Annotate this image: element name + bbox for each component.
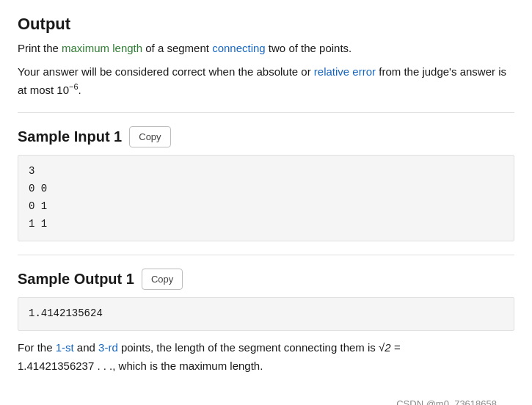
output-title: Output [18, 15, 514, 34]
sample-output-section: Sample Output 1 Copy 1.4142135624 [18, 269, 514, 331]
output-value: 1.4142135624 [29, 305, 503, 323]
watermark: CSDN @m0_73618658 [396, 398, 497, 405]
divider-1 [18, 112, 514, 113]
code-line-2: 0 0 [29, 180, 503, 198]
divider-2 [18, 255, 514, 255]
output-description: Print the maximum length of a segment co… [18, 40, 514, 57]
page-wrapper: Output Print the maximum length of a seg… [18, 15, 514, 405]
first-point-ref: 1-st [56, 341, 74, 354]
max-length-highlight: maximum length [62, 42, 142, 54]
sample-output-title: Sample Output 1 [18, 271, 134, 288]
sample-input-section: Sample Input 1 Copy 3 0 0 0 1 1 1 [18, 126, 514, 241]
code-line-3: 0 1 [29, 198, 503, 216]
third-point-ref: 3-rd [98, 341, 118, 354]
sample-input-code-wrapper: 3 0 0 0 1 1 1 [18, 155, 514, 241]
relative-error-highlight: relative error [314, 65, 376, 78]
code-line-1: 3 [29, 163, 503, 180]
exponent: −6 [69, 82, 79, 91]
explanation-text: For the 1-st and 3-rd points, the length… [18, 338, 514, 376]
code-line-4: 1 1 [29, 216, 503, 233]
sample-output-code-wrapper: 1.4142135624 [18, 297, 514, 331]
sample-input-header: Sample Input 1 Copy [18, 126, 514, 147]
sample-input-code: 3 0 0 0 1 1 1 [18, 155, 514, 241]
sample-input-copy-button[interactable]: Copy [129, 126, 170, 147]
sample-output-code: 1.4142135624 [18, 297, 514, 331]
output-section: Output Print the maximum length of a seg… [18, 15, 514, 99]
sample-output-header: Sample Output 1 Copy [18, 269, 514, 290]
sqrt-expr: √2 = [379, 341, 401, 354]
error-note: Your answer will be considered correct w… [18, 63, 514, 99]
sample-output-copy-button[interactable]: Copy [142, 269, 183, 290]
connecting-highlight: connecting [212, 42, 266, 54]
sample-input-title: Sample Input 1 [18, 128, 122, 145]
